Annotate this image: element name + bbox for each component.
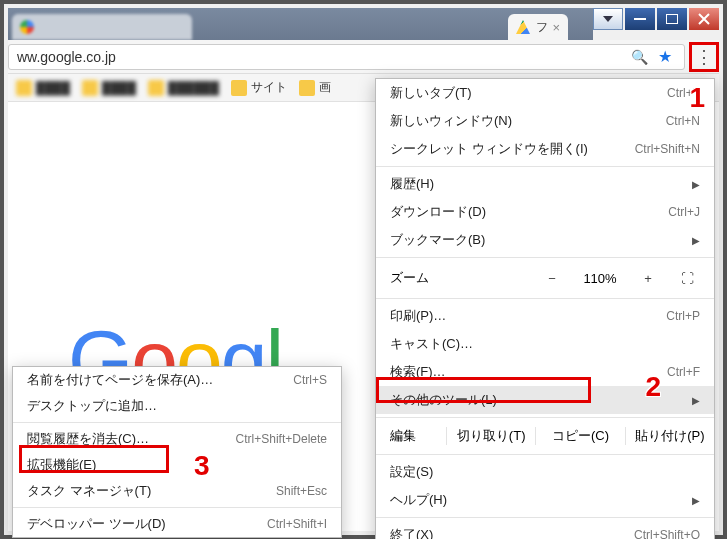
svg-rect-1 (666, 14, 678, 24)
address-bar[interactable]: ww.google.co.jp 🔍 ★ (8, 44, 685, 70)
annotation-3: 3 (194, 450, 210, 482)
tab-label: フ (536, 19, 548, 36)
tab-1[interactable] (12, 14, 192, 40)
chevron-right-icon: ▶ (692, 179, 700, 190)
chrome-menu: 新しいタブ(T)Ctrl+T 新しいウィンドウ(N)Ctrl+N シークレット … (375, 78, 715, 539)
folder-icon (148, 80, 164, 96)
tab-2[interactable]: フ × (508, 14, 568, 40)
chevron-right-icon: ▶ (692, 235, 700, 246)
bookmark-item-img[interactable]: 画 (299, 79, 331, 96)
zoom-page-icon[interactable]: 🔍 (631, 49, 648, 65)
tab-strip: フ × (8, 8, 593, 40)
minimize-button[interactable] (625, 8, 655, 30)
bookmark-item[interactable]: ████ (16, 80, 70, 96)
fullscreen-icon[interactable]: ⛶ (676, 271, 700, 286)
submenu-task-manager[interactable]: タスク マネージャ(T)Shift+Esc (13, 478, 341, 504)
copy-button[interactable]: コピー(C) (535, 427, 624, 445)
bookmark-label: 画 (319, 79, 331, 96)
zoom-out-button[interactable]: − (540, 271, 564, 286)
zoom-in-button[interactable]: + (636, 271, 660, 286)
bookmark-star-icon[interactable]: ★ (658, 47, 672, 66)
submenu-add-desktop[interactable]: デスクトップに追加… (13, 393, 341, 419)
menu-more-tools[interactable]: その他のツール(L)▶ (376, 386, 714, 414)
more-tools-submenu: 名前を付けてページを保存(A)…Ctrl+S デスクトップに追加… 閲覧履歴を消… (12, 366, 342, 538)
menu-zoom-row: ズーム − 110% + ⛶ (376, 261, 714, 295)
menu-bookmarks[interactable]: ブックマーク(B)▶ (376, 226, 714, 254)
folder-icon (231, 80, 247, 96)
url-text: ww.google.co.jp (17, 49, 116, 65)
submenu-dev-tools[interactable]: デベロッパー ツール(D)Ctrl+Shift+I (13, 511, 341, 537)
folder-icon (299, 80, 315, 96)
menu-history[interactable]: 履歴(H)▶ (376, 170, 714, 198)
paste-button[interactable]: 貼り付け(P) (625, 427, 714, 445)
menu-exit[interactable]: 終了(X)Ctrl+Shift+Q (376, 521, 714, 539)
submenu-clear-history[interactable]: 閲覧履歴を消去(C)…Ctrl+Shift+Delete (13, 426, 341, 452)
zoom-percent: 110% (580, 271, 620, 286)
annotation-2: 2 (645, 371, 661, 403)
favicon-google (20, 20, 34, 34)
menu-edit-row: 編集 切り取り(T) コピー(C) 貼り付け(P) (376, 421, 714, 451)
svg-rect-0 (634, 18, 646, 20)
folder-icon (16, 80, 32, 96)
zoom-label: ズーム (390, 269, 524, 287)
maximize-button[interactable] (657, 8, 687, 30)
menu-downloads[interactable]: ダウンロード(D)Ctrl+J (376, 198, 714, 226)
chrome-menu-button[interactable]: ⋮ (689, 42, 719, 72)
annotation-1: 1 (689, 82, 705, 114)
chevron-right-icon: ▶ (692, 495, 700, 506)
menu-new-window[interactable]: 新しいウィンドウ(N)Ctrl+N (376, 107, 714, 135)
menu-settings[interactable]: 設定(S) (376, 458, 714, 486)
submenu-extensions[interactable]: 拡張機能(E) (13, 452, 341, 478)
menu-incognito[interactable]: シークレット ウィンドウを開く(I)Ctrl+Shift+N (376, 135, 714, 163)
bookmark-label: サイト (251, 79, 287, 96)
menu-new-tab[interactable]: 新しいタブ(T)Ctrl+T (376, 79, 714, 107)
close-icon[interactable]: × (552, 20, 560, 35)
chrome-dropdown-button[interactable] (593, 8, 623, 30)
toolbar: ww.google.co.jp 🔍 ★ ⋮ (8, 40, 719, 74)
folder-icon (82, 80, 98, 96)
menu-help[interactable]: ヘルプ(H)▶ (376, 486, 714, 514)
kebab-icon: ⋮ (695, 46, 713, 68)
bookmark-item-site[interactable]: サイト (231, 79, 287, 96)
menu-cast[interactable]: キャスト(C)… (376, 330, 714, 358)
submenu-save-as[interactable]: 名前を付けてページを保存(A)…Ctrl+S (13, 367, 341, 393)
menu-find[interactable]: 検索(F)…Ctrl+F (376, 358, 714, 386)
window-close-button[interactable] (689, 8, 719, 30)
edit-label: 編集 (376, 427, 446, 445)
favicon-drive (516, 20, 530, 34)
bookmark-item[interactable]: ████ (82, 80, 136, 96)
bookmark-item[interactable]: ██████ (148, 80, 219, 96)
menu-print[interactable]: 印刷(P)…Ctrl+P (376, 302, 714, 330)
window-controls (591, 8, 719, 30)
chevron-right-icon: ▶ (692, 395, 700, 406)
cut-button[interactable]: 切り取り(T) (446, 427, 535, 445)
